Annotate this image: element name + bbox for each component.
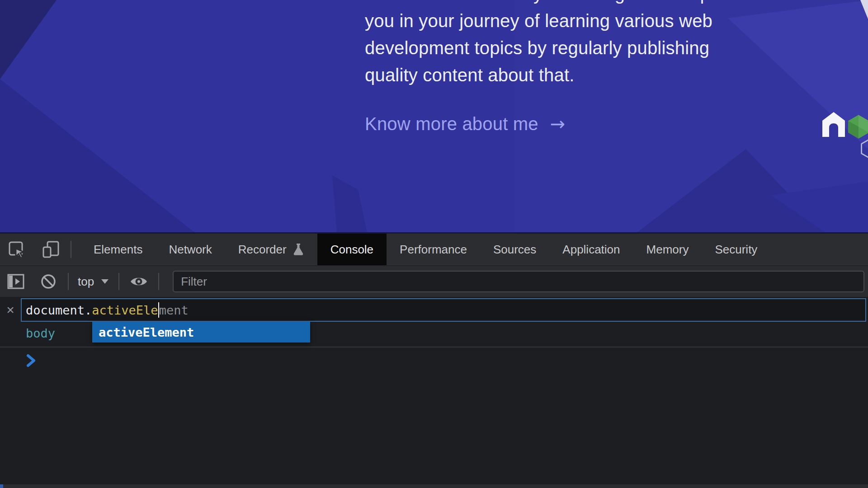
live-expression-row: × document.activeElement body activeElem…: [0, 297, 868, 340]
toolbar-divider: [118, 273, 119, 290]
tab-application[interactable]: Application: [549, 234, 633, 265]
know-more-link[interactable]: Know more about me →: [365, 110, 566, 137]
nodejs-hexagon-icon: [848, 115, 868, 139]
tabbar-icons: [6, 234, 61, 265]
hero-line: quality content about that.: [365, 61, 712, 89]
live-expression-eye-button[interactable]: [128, 271, 149, 292]
filter-input[interactable]: [173, 271, 864, 292]
tab-recorder[interactable]: Recorder: [225, 234, 317, 265]
expression-hint-token: ment: [159, 303, 189, 317]
hero-line: development topics by regularly publishi…: [365, 34, 712, 61]
arrow-right-icon: →: [550, 110, 566, 137]
hero-line: I am here to share my knowledge and help: [365, 0, 712, 7]
tab-performance[interactable]: Performance: [387, 234, 480, 265]
tab-elements[interactable]: Elements: [80, 234, 156, 265]
devtools-tabs: Elements Network Recorder Console Perfor…: [80, 234, 770, 265]
console-toolbar: top: [0, 265, 868, 297]
console-body: × document.activeElement body activeElem…: [0, 297, 868, 488]
autocomplete-popup: activeElement: [92, 322, 310, 343]
n-logo-icon: [822, 112, 845, 137]
console-sidebar-toggle-button[interactable]: [5, 271, 26, 292]
console-prompt[interactable]: [26, 354, 868, 367]
expression-object-token: document.: [26, 303, 92, 317]
tab-security[interactable]: Security: [702, 234, 770, 265]
close-icon[interactable]: ×: [0, 299, 21, 321]
experimental-flask-icon: [292, 243, 304, 256]
toolbar-divider: [71, 241, 71, 258]
toolbar-divider: [158, 273, 159, 290]
screen: I am here to share my knowledge and help…: [0, 0, 868, 488]
bottom-strip: [0, 484, 868, 488]
live-expression-input[interactable]: document.activeElement: [21, 298, 866, 322]
prompt-chevron-icon: [26, 354, 36, 367]
hero-section: I am here to share my knowledge and help…: [0, 0, 868, 232]
hero-paragraph: I am here to share my knowledge and help…: [365, 0, 712, 137]
devtools-tabbar: Elements Network Recorder Console Perfor…: [0, 234, 868, 265]
tab-console[interactable]: Console: [317, 234, 387, 265]
tab-memory[interactable]: Memory: [633, 234, 702, 265]
expression-typed-token: activeEle: [92, 303, 158, 317]
device-toolbar-button[interactable]: [41, 239, 61, 260]
bottom-left-accent: [0, 484, 3, 488]
clear-console-button[interactable]: [38, 271, 59, 292]
chevron-down-icon: [100, 278, 109, 285]
tab-sources[interactable]: Sources: [480, 234, 549, 265]
context-label: top: [78, 275, 94, 289]
autocomplete-item[interactable]: activeElement: [92, 325, 194, 339]
context-selector[interactable]: top: [78, 275, 109, 289]
inspect-element-button[interactable]: [6, 239, 27, 260]
toolbar-divider: [68, 273, 69, 290]
hero-line: you in your journey of learning various …: [365, 7, 712, 34]
console-divider: [0, 347, 868, 347]
hexagon-outline-icon: [860, 138, 868, 159]
tab-network[interactable]: Network: [156, 234, 225, 265]
know-more-label: Know more about me: [365, 110, 538, 137]
devtools-panel: Elements Network Recorder Console Perfor…: [0, 234, 868, 488]
